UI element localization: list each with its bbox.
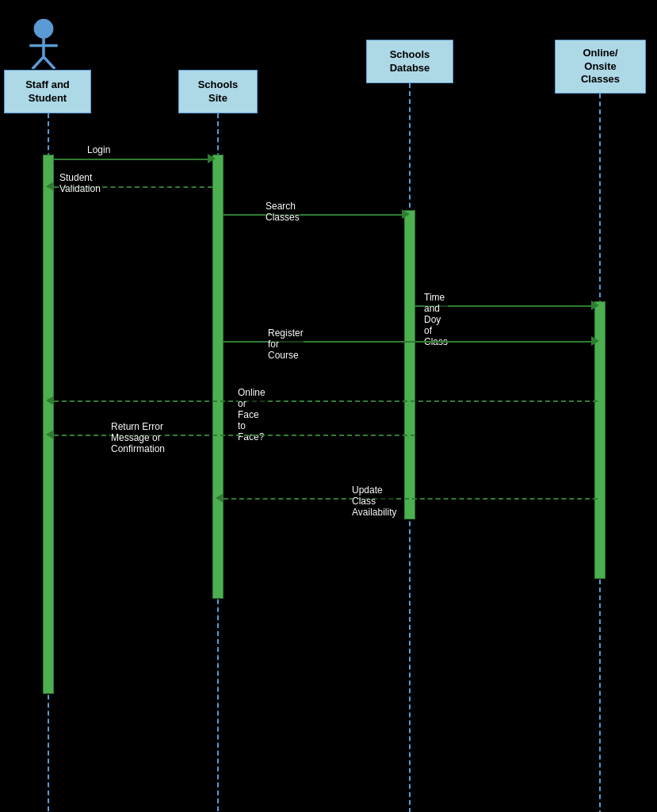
actor-icon-staff-student — [20, 17, 67, 72]
label-register-for-course: Register for Course — [268, 327, 304, 361]
svg-line-4 — [44, 57, 55, 69]
svg-line-3 — [32, 57, 44, 69]
actor-box-staff-student: Staff and Student — [4, 70, 91, 113]
label-update-class-availability: Update Class Availability — [352, 485, 396, 518]
activation-bar-schools-site — [212, 155, 223, 599]
actor-box-schools-database: Schools Databse — [366, 40, 453, 83]
label-return-error: Return Error Message or Confirmation — [111, 421, 165, 454]
label-login: Login — [87, 144, 110, 155]
actor-box-schools-site: Schools Site — [178, 70, 258, 113]
sequence-diagram: Staff and Student Schools Site Schools D… — [0, 0, 657, 812]
label-time-and-day: Time and Doy of Class — [424, 292, 448, 347]
actor-box-online-onsite: Online/ Onsite Classes — [555, 40, 646, 94]
activation-bar-staff — [43, 155, 54, 694]
label-search-classes: Search Classes — [265, 201, 300, 223]
activation-bar-database — [404, 210, 415, 519]
label-student-validation: Student Validation — [59, 172, 101, 194]
svg-point-0 — [34, 19, 53, 38]
